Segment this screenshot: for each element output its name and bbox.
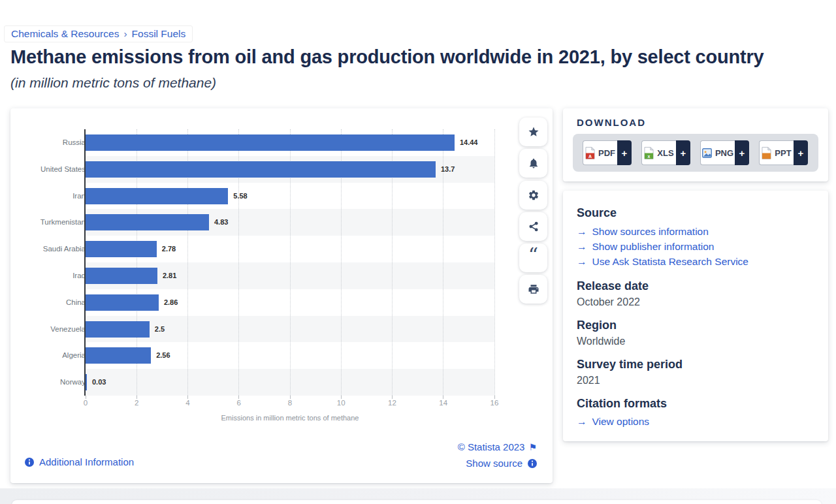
country-label: China [66, 298, 86, 306]
page-title: Methane emissions from oil and gas produ… [10, 46, 820, 68]
country-label: Turkmenistan [40, 218, 86, 226]
download-png-face: PNG [700, 140, 735, 165]
bar-value-label: 4.83 [214, 218, 228, 226]
country-label: Norway [60, 378, 86, 386]
bar-venezuela[interactable] [86, 321, 150, 338]
flag-icon: ⚑ [528, 442, 537, 452]
bar-turkmenistan[interactable] [86, 214, 209, 230]
citation-quote-button[interactable]: “ [519, 244, 547, 272]
info-icon [25, 458, 34, 467]
ppt-label: PPT [775, 148, 791, 158]
download-heading: DOWNLOAD [577, 117, 646, 128]
download-xls-face: x XLS [641, 140, 676, 165]
favorite-star-button[interactable] [519, 118, 547, 146]
alert-bell-button[interactable] [519, 149, 547, 178]
pdf-plus-button[interactable]: + [617, 140, 632, 165]
tick-label: 0 [72, 399, 99, 407]
download-button-tray: A PDF + x XLS + [573, 134, 818, 172]
bar-china[interactable] [86, 294, 159, 311]
breadcrumb-link-fossil-fuels[interactable]: Fossil Fuels [132, 28, 186, 40]
pdf-file-icon: A [585, 147, 595, 159]
share-button[interactable] [519, 212, 547, 241]
print-button[interactable] [519, 275, 547, 304]
settings-gear-button[interactable] [519, 181, 547, 210]
tick-label: 4 [175, 399, 201, 407]
region-value: Worldwide [577, 336, 814, 347]
tick-label: 12 [379, 399, 406, 407]
source-links: → Show sources information → Show publis… [577, 224, 814, 269]
png-label: PNG [715, 148, 733, 158]
show-sources-information-label: Show sources information [592, 224, 709, 239]
additional-information-label: Additional Information [39, 456, 134, 467]
png-plus-button[interactable]: + [735, 140, 749, 165]
show-publisher-information-link[interactable]: → Show publisher information [577, 239, 814, 254]
tick-label: 16 [481, 399, 507, 407]
svg-text:x: x [648, 153, 651, 158]
show-source-link[interactable]: Show source [466, 458, 537, 469]
additional-information-link[interactable]: Additional Information [25, 456, 134, 467]
bar-value-label: 2.81 [163, 272, 176, 279]
breadcrumb-separator: › [119, 28, 131, 40]
svg-text:A: A [588, 153, 592, 158]
country-label: Russia [63, 138, 86, 146]
xls-label: XLS [657, 148, 673, 158]
ask-statista-research-service-label: Use Ask Statista Research Service [592, 254, 749, 269]
bar-norway[interactable] [86, 374, 87, 390]
share-icon [528, 221, 539, 232]
statista-statistic-page: Chemicals & Resources › Fossil Fuels Met… [0, 0, 836, 504]
citation-formats-heading: Citation formats [577, 397, 814, 411]
bar-value-label: 13.7 [441, 165, 455, 173]
tick-label: 8 [277, 399, 303, 407]
download-png-button[interactable]: PNG + [700, 140, 749, 165]
tick-label: 2 [123, 399, 150, 407]
download-card: DOWNLOAD A PDF + [563, 108, 828, 181]
printer-icon [528, 283, 539, 295]
xls-plus-button[interactable]: + [676, 140, 690, 165]
bar-value-label: 2.5 [155, 325, 165, 333]
arrow-icon: → [577, 254, 587, 269]
source-heading: Source [577, 206, 814, 220]
download-ppt-button[interactable]: PPT + [759, 140, 808, 165]
show-publisher-information-label: Show publisher information [592, 239, 715, 254]
x-axis-title: Emissions in million metric tons of meth… [86, 414, 494, 422]
ppt-file-icon [762, 147, 771, 159]
arrow-icon: → [577, 414, 587, 429]
breadcrumb-link-chemicals-resources[interactable]: Chemicals & Resources [11, 28, 119, 40]
ask-statista-research-service-link[interactable]: → Use Ask Statista Research Service [577, 254, 814, 269]
bar-value-label: 5.58 [233, 192, 247, 200]
bar-iraq[interactable] [86, 268, 157, 284]
arrow-icon: → [577, 239, 587, 254]
bar-iran[interactable] [86, 188, 228, 204]
bar-saudi-arabia[interactable] [86, 241, 157, 257]
show-source-label: Show source [466, 458, 522, 469]
quote-icon: “ [528, 252, 538, 264]
country-label: United States [40, 165, 86, 173]
citation-view-options-link[interactable]: → View options [577, 414, 814, 429]
statista-copyright-link[interactable]: © Statista 2023 ⚑ [458, 441, 537, 452]
bar-value-label: 2.56 [156, 351, 170, 359]
show-sources-information-link[interactable]: → Show sources information [577, 224, 814, 239]
details-card: Source → Show sources information → Show… [563, 191, 828, 441]
tick-label: 10 [328, 399, 354, 407]
breadcrumb: Chemicals & Resources › Fossil Fuels [4, 25, 193, 42]
region-heading: Region [577, 319, 814, 332]
chart-card: RussiaUnited StatesIranTurkmenistanSaudi… [10, 108, 553, 483]
bar-russia[interactable] [86, 134, 455, 151]
download-pdf-button[interactable]: A PDF + [583, 140, 632, 165]
bar-value-label: 0.03 [92, 378, 106, 386]
country-label: Venezuela [50, 325, 86, 333]
ppt-plus-button[interactable]: + [794, 140, 808, 165]
y-axis-line [84, 129, 86, 396]
country-labels: RussiaUnited StatesIranTurkmenistanSaudi… [18, 129, 86, 396]
survey-time-period-value: 2021 [577, 375, 814, 386]
download-xls-button[interactable]: x XLS + [641, 140, 690, 165]
pdf-label: PDF [598, 148, 615, 158]
xls-file-icon: x [644, 147, 654, 159]
gridline [494, 129, 495, 396]
bar-algeria[interactable] [86, 347, 151, 364]
plot-area: 024681012141614.4413.75.584.832.782.812.… [86, 129, 494, 396]
bar-value-label: 14.44 [460, 138, 478, 146]
tick-label: 6 [226, 399, 252, 407]
download-ppt-face: PPT [759, 140, 794, 165]
bar-united-states[interactable] [86, 161, 436, 178]
